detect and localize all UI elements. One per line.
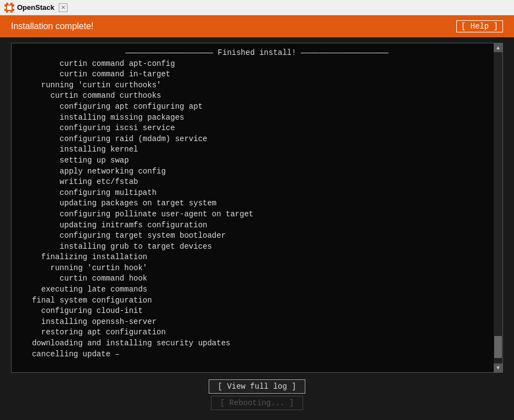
installation-status-title: Installation complete! (11, 21, 93, 31)
view-full-log-button[interactable]: [ View full log ] (209, 379, 306, 394)
app-name-label: OpenStack (17, 3, 54, 12)
terminal-box: ——————————————————— Finished install! ——… (11, 43, 503, 373)
rebooting-button: [ Rebooting... ] (211, 396, 303, 410)
close-button[interactable]: ✕ (59, 3, 68, 12)
terminal-content: ——————————————————— Finished install! ——… (12, 43, 502, 372)
bottom-buttons: [ View full log ] [ Rebooting... ] (209, 379, 306, 410)
titlebar: OpenStack ✕ (0, 0, 514, 15)
scroll-track (494, 52, 502, 363)
app-title: OpenStack (4, 3, 54, 13)
help-button[interactable]: [ Help ] (456, 20, 503, 32)
scroll-thumb[interactable] (494, 336, 502, 358)
scroll-down-button[interactable]: ▼ (494, 363, 502, 372)
openstack-icon (4, 3, 14, 13)
main-area: ——————————————————— Finished install! ——… (0, 37, 514, 420)
svg-rect-4 (7, 5, 12, 10)
scroll-up-button[interactable]: ▲ (494, 43, 502, 52)
scrollbar[interactable]: ▲ ▼ (494, 43, 502, 372)
topbar: Installation complete! [ Help ] (0, 15, 514, 37)
